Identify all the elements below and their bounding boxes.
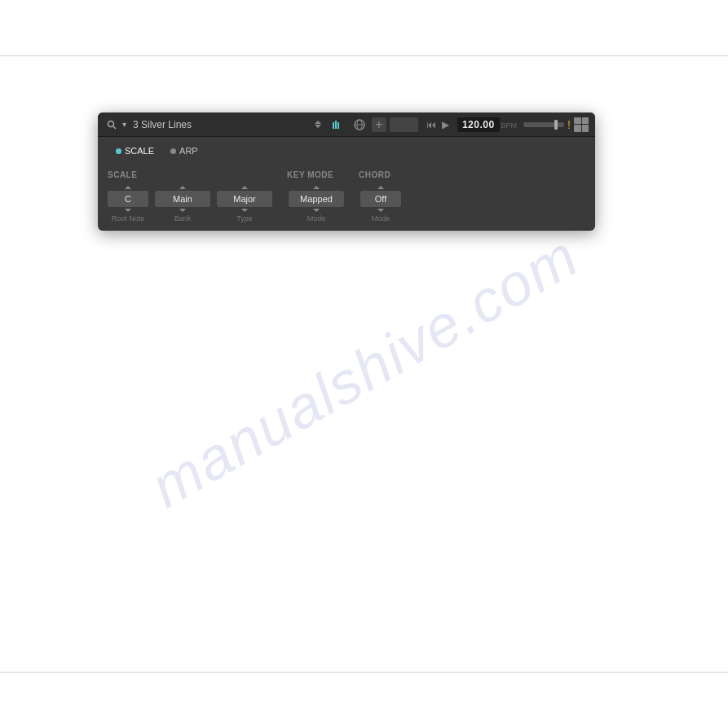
svg-rect-2 [333, 122, 334, 129]
grid-icon[interactable] [574, 117, 589, 132]
type-value[interactable]: Major [217, 191, 272, 207]
bank-group: Main Bank [155, 186, 210, 223]
chord-mode-down[interactable] [377, 209, 384, 212]
svg-rect-4 [338, 122, 339, 129]
app-window: ▾ 3 Silver Lines + [98, 113, 595, 231]
key-mode-up[interactable] [313, 186, 320, 189]
key-mode-group: Mapped Mode [289, 186, 344, 223]
chord-section-header: CHORD [359, 170, 390, 179]
bpm-label: BPM [501, 121, 518, 130]
chord-mode-value[interactable]: Off [360, 191, 401, 207]
type-group: Major Type [217, 186, 272, 223]
bottom-rule [0, 672, 728, 673]
bank-up[interactable] [179, 186, 186, 189]
bank-label: Bank [174, 214, 192, 223]
root-note-up[interactable] [125, 186, 131, 189]
root-note-group: C Root Note [108, 186, 148, 223]
scale-panel: SCALE ARP SCALE KEY MODE CHORD C [98, 137, 595, 231]
warning-icon[interactable]: ! [567, 118, 571, 131]
chord-mode-label: Mode [372, 214, 390, 223]
svg-rect-3 [335, 121, 337, 129]
chord-mode-group: Off Mode [360, 186, 401, 223]
transport-controls: ⏮ ▶ [425, 117, 451, 132]
tab-scale[interactable]: SCALE [108, 143, 162, 160]
add-icon: + [375, 117, 382, 132]
svg-line-1 [113, 126, 116, 129]
project-title: 3 Silver Lines [130, 119, 311, 130]
type-down[interactable] [241, 209, 248, 212]
music-note-icon[interactable] [329, 116, 347, 134]
svg-point-0 [108, 121, 114, 126]
root-note-value[interactable]: C [108, 191, 148, 207]
key-mode-down[interactable] [313, 209, 320, 212]
scale-tab-label: SCALE [125, 146, 154, 156]
key-mode-section-header: KEY MODE [287, 170, 333, 179]
bank-down[interactable] [179, 209, 186, 212]
root-note-label: Root Note [112, 214, 145, 223]
play-button[interactable]: ▶ [440, 117, 451, 132]
type-up[interactable] [241, 186, 248, 189]
title-stepper[interactable] [315, 121, 321, 128]
tab-row: SCALE ARP [108, 143, 585, 160]
dropdown-arrow-icon[interactable]: ▾ [122, 120, 126, 129]
controls-row: C Root Note Main Bank Major Type [108, 186, 585, 223]
root-note-down[interactable] [125, 209, 131, 212]
watermark: manualshive.com [139, 222, 589, 520]
skip-back-button[interactable]: ⏮ [425, 117, 438, 132]
key-mode-value[interactable]: Mapped [289, 191, 344, 207]
arp-tab-label: ARP [179, 146, 198, 156]
top-rule [0, 55, 728, 56]
key-mode-label: Mode [307, 214, 326, 223]
bank-value[interactable]: Main [155, 191, 210, 207]
globe-icon[interactable] [351, 116, 368, 134]
toolbar: ▾ 3 Silver Lines + [98, 113, 595, 137]
scale-tab-dot [116, 148, 121, 154]
scale-section-header: SCALE [108, 170, 137, 179]
tempo-slider[interactable] [523, 122, 564, 127]
arp-tab-dot [170, 148, 176, 154]
toolbar-spacer-block [390, 117, 418, 132]
chord-mode-up[interactable] [377, 186, 384, 189]
tab-arp[interactable]: ARP [162, 143, 206, 160]
bpm-display[interactable]: 120.00 [457, 117, 500, 132]
type-label: Type [236, 214, 253, 223]
add-button[interactable]: + [372, 117, 386, 132]
search-icon[interactable] [104, 117, 119, 132]
section-headers-row: SCALE KEY MODE CHORD [108, 166, 585, 181]
